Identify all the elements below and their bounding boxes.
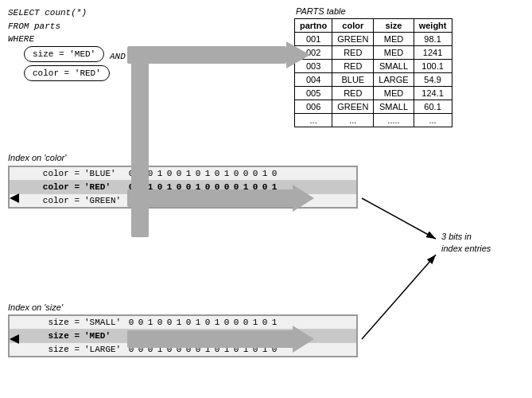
bit-1-11: 0 [233, 182, 239, 192]
index-size-key-0: size = [13, 318, 84, 327]
bit-0-7: 0 [195, 169, 201, 178]
index-size-value-1: 'MED' [84, 331, 128, 341]
size-bit-2-10: 1 [223, 345, 230, 354]
size-bit-0-6: 0 [185, 318, 192, 327]
parts-cell-5-2: SMALL [374, 100, 414, 114]
size-bit-2-9: 0 [214, 345, 220, 354]
bit-0-5: 0 [176, 169, 182, 178]
bit-1-15: 1 [271, 182, 278, 192]
parts-cell-1-0: 002 [295, 46, 332, 60]
size-bit-1-2: 0 [147, 331, 153, 341]
parts-table-container: PARTS table partno color size weight 001… [294, 6, 452, 127]
col-color: color [332, 19, 374, 33]
bit-1-12: 1 [243, 182, 249, 192]
sql-block: SELECT count(*) FROM parts WHERE [8, 6, 87, 46]
sql-line2: FROM parts [8, 20, 87, 33]
parts-cell-5-0: 006 [295, 100, 332, 114]
bit-2-2: 0 [147, 196, 153, 205]
size-bit-2-12: 1 [243, 345, 249, 354]
size-bit-2-8: 1 [204, 345, 211, 354]
sql-line3: WHERE [8, 33, 87, 46]
size-bit-2-5: 0 [176, 345, 182, 354]
svg-rect-3 [127, 46, 286, 64]
size-bit-1-13: 1 [252, 331, 258, 341]
bit-1-9: 0 [214, 182, 220, 192]
parts-row-6: .............. [295, 114, 452, 127]
size-bit-0-0: 0 [128, 318, 134, 327]
parts-cell-6-2: ..... [374, 114, 414, 127]
bit-1-4: 1 [166, 182, 173, 192]
size-bit-1-15: 0 [271, 331, 278, 341]
bit-0-4: 0 [166, 169, 173, 178]
col-size: size [374, 19, 414, 33]
size-bit-1-7: 0 [195, 331, 201, 341]
parts-cell-0-0: 001 [295, 33, 332, 46]
parts-cell-5-1: GREEN [332, 100, 374, 114]
parts-cell-6-1: ... [332, 114, 374, 127]
size-bit-1-8: 0 [204, 331, 211, 341]
size-bit-0-15: 1 [271, 318, 278, 327]
bit-0-2: 0 [147, 169, 153, 178]
size-bit-0-1: 0 [138, 318, 144, 327]
parts-cell-3-1: BLUE [332, 73, 374, 87]
parts-row-3: 004BLUELARGE54.9 [295, 73, 452, 87]
bit-0-14: 1 [262, 169, 268, 178]
parts-cell-0-2: MED [374, 33, 414, 46]
index-size-row-0: size ='SMALL'0010010101000101 [10, 316, 356, 330]
index-size-row-1: size ='MED'1100101000010100 [10, 330, 356, 343]
parts-cell-3-2: LARGE [374, 73, 414, 87]
size-bit-0-9: 1 [214, 318, 220, 327]
index-color-row-0: color ='BLUE'0001001010100010 [10, 167, 356, 181]
bit-2-7: 0 [195, 196, 201, 205]
parts-cell-1-2: MED [374, 46, 414, 60]
bit-0-15: 0 [271, 169, 278, 178]
bits-label: 3 bits in index entries [441, 231, 491, 256]
bit-2-9: 1 [214, 196, 220, 205]
bit-1-6: 0 [185, 182, 192, 192]
parts-row-2: 003REDSMALL100.1 [295, 60, 452, 73]
size-bit-1-10: 0 [223, 331, 230, 341]
bit-1-13: 0 [252, 182, 258, 192]
size-bit-2-11: 0 [233, 345, 239, 354]
index-size-bits-1: 1100101000010100 [128, 331, 278, 341]
bit-0-1: 0 [138, 169, 144, 178]
size-bit-2-14: 1 [262, 345, 268, 354]
bit-1-2: 1 [147, 182, 153, 192]
bit-2-12: 0 [243, 196, 249, 205]
bit-2-6: 0 [185, 196, 192, 205]
bit-1-7: 1 [195, 182, 201, 192]
parts-cell-0-1: GREEN [332, 33, 374, 46]
parts-cell-2-2: SMALL [374, 60, 414, 73]
parts-row-4: 005REDMED124.1 [295, 87, 452, 100]
index-size-bits-0: 0010010101000101 [128, 318, 278, 327]
index-color-key-0: color = [13, 169, 84, 178]
size-bit-0-7: 1 [195, 318, 201, 327]
index-color-key-1: color = [13, 182, 84, 192]
size-bit-2-4: 0 [166, 345, 173, 354]
index-size-label: Index on 'size' [8, 302, 63, 312]
size-bit-0-4: 0 [166, 318, 173, 327]
parts-table: partno color size weight 001GREENMED98.1… [294, 18, 452, 127]
size-bit-0-11: 0 [233, 318, 239, 327]
bit-0-3: 1 [157, 169, 163, 178]
size-bit-0-12: 0 [243, 318, 249, 327]
parts-cell-5-3: 60.1 [414, 100, 452, 114]
bit-0-9: 0 [214, 169, 220, 178]
index-color-box: color ='BLUE'0001001010100010color ='RED… [8, 166, 358, 209]
parts-cell-2-3: 100.1 [414, 60, 452, 73]
size-bit-0-10: 0 [223, 318, 230, 327]
bit-2-0: 1 [128, 196, 134, 205]
index-color-bits-1: 0110100100001001 [128, 182, 278, 192]
size-bit-0-2: 1 [147, 318, 153, 327]
bit-2-3: 0 [157, 196, 163, 205]
parts-row-5: 006GREENSMALL60.1 [295, 100, 452, 114]
size-bit-2-7: 0 [195, 345, 201, 354]
index-color-row-1: color ='RED'0110100100001001 [10, 181, 356, 194]
svg-rect-5 [131, 62, 149, 237]
parts-table-label: PARTS table [296, 6, 452, 16]
index-size-key-2: size = [13, 345, 84, 354]
bit-1-10: 0 [223, 182, 230, 192]
bit-2-14: 0 [262, 196, 268, 205]
svg-line-10 [362, 198, 436, 239]
size-bit-0-8: 0 [204, 318, 211, 327]
